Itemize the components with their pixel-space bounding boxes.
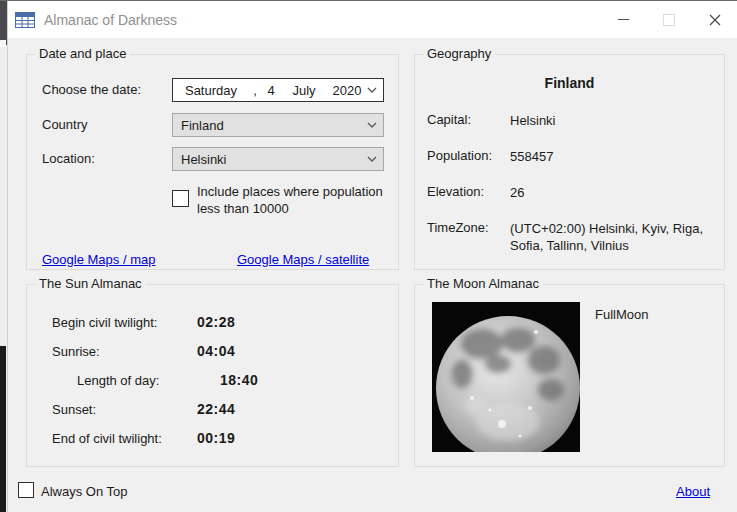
maximize-icon	[663, 14, 675, 26]
begin-civil-twilight-label: Begin civil twilight:	[52, 315, 158, 330]
date-picker[interactable]: Saturday , 4 July 2020	[172, 78, 384, 102]
always-on-top-checkbox[interactable]	[18, 482, 34, 498]
location-combobox[interactable]: Helsinki	[172, 147, 384, 171]
app-table-icon	[15, 12, 35, 28]
timezone-label: TimeZone:	[427, 220, 507, 235]
google-maps-satellite-link[interactable]: Google Maps / satellite	[237, 252, 369, 267]
timezone-value: (UTC+02:00) Helsinki, Kyiv, Riga, Sofia,…	[510, 220, 724, 254]
date-chevron-down-icon[interactable]	[367, 87, 377, 93]
country-selected-value: Finland	[173, 118, 367, 133]
choose-date-label: Choose the date:	[42, 82, 141, 97]
date-month[interactable]: July	[281, 83, 327, 98]
date-separator: ,	[249, 83, 261, 98]
geography-group: Geography Finland Capital: Helsinki Popu…	[414, 54, 725, 270]
date-and-place-caption: Date and place	[35, 46, 130, 61]
always-on-top-label: Always On Top	[41, 484, 127, 499]
moon-almanac-group: The Moon Almanac	[414, 284, 725, 467]
sunrise-label: Sunrise:	[52, 344, 100, 359]
minimize-button[interactable]	[600, 1, 646, 38]
moon-phase-label: FullMoon	[595, 307, 648, 322]
date-weekday[interactable]: Saturday	[173, 83, 249, 98]
country-chevron-down-icon	[367, 122, 377, 128]
capital-value: Helsinki	[510, 112, 724, 129]
date-day[interactable]: 4	[261, 83, 281, 98]
country-combobox[interactable]: Finland	[172, 113, 384, 137]
close-icon	[709, 14, 721, 26]
end-civil-twilight-value: 00:19	[197, 430, 235, 446]
titlebar[interactable]: Almanac of Darkness	[8, 1, 737, 38]
end-civil-twilight-label: End of civil twilight:	[52, 431, 162, 446]
background-window-sliver-bottom	[0, 346, 6, 512]
population-label: Population:	[427, 148, 507, 163]
geography-caption: Geography	[423, 46, 495, 61]
location-label: Location:	[42, 151, 95, 166]
about-link[interactable]: About	[676, 484, 710, 499]
moon-image	[432, 302, 580, 452]
begin-civil-twilight-value: 02:28	[197, 314, 235, 330]
location-selected-value: Helsinki	[173, 152, 367, 167]
sunset-label: Sunset:	[52, 402, 96, 417]
close-button[interactable]	[692, 1, 737, 38]
moon-almanac-caption: The Moon Almanac	[423, 276, 543, 291]
date-and-place-group: Date and place Choose the date: Saturday…	[26, 54, 399, 270]
background-window-sliver	[0, 1, 7, 512]
sunrise-value: 04:04	[197, 343, 235, 359]
sun-almanac-caption: The Sun Almanac	[35, 276, 146, 291]
app-window: Almanac of Darkness Date and place Choos…	[7, 1, 737, 512]
date-year[interactable]: 2020	[327, 83, 367, 98]
capital-label: Capital:	[427, 112, 507, 127]
geography-country-name: Finland	[415, 75, 724, 91]
background-window-sliver-top	[0, 1, 7, 45]
maximize-button[interactable]	[646, 1, 692, 38]
background-window-sliver-notch	[0, 40, 6, 47]
window-title: Almanac of Darkness	[44, 12, 177, 28]
length-of-day-value: 18:40	[220, 372, 258, 388]
elevation-label: Elevation:	[427, 184, 507, 199]
minimize-icon	[618, 19, 629, 20]
window-controls	[600, 1, 737, 38]
population-value: 558457	[510, 148, 724, 165]
include-places-label: Include places where population less tha…	[197, 183, 385, 217]
include-places-checkbox[interactable]	[172, 190, 189, 207]
google-maps-map-link[interactable]: Google Maps / map	[42, 252, 155, 267]
elevation-value: 26	[510, 184, 724, 201]
location-chevron-down-icon	[367, 156, 377, 162]
length-of-day-label: Length of day:	[77, 373, 159, 388]
country-label: Country	[42, 117, 88, 132]
sunset-value: 22:44	[197, 401, 235, 417]
sun-almanac-group: The Sun Almanac Begin civil twilight: 02…	[26, 284, 399, 467]
